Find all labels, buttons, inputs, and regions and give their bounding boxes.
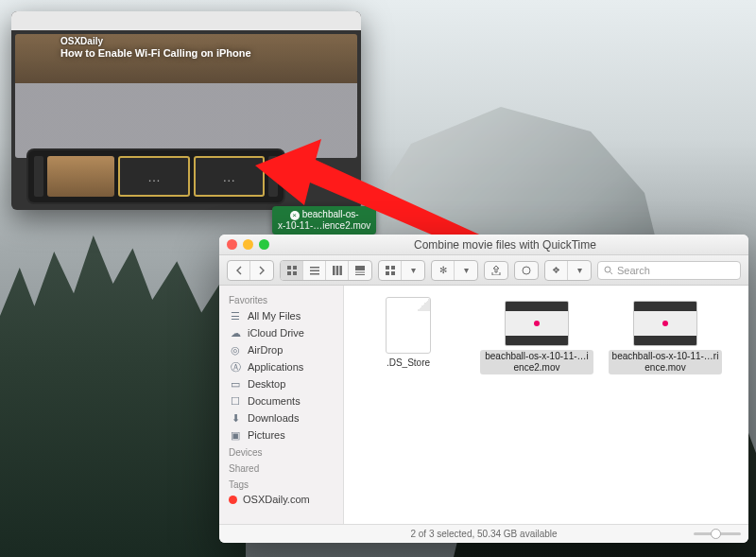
finder-titlebar[interactable]: Combine movie files with QuickTime — [219, 235, 748, 255]
svg-rect-4 — [293, 271, 297, 275]
sidebar-item-all-my-files[interactable]: ☰All My Files — [219, 307, 343, 324]
svg-line-20 — [610, 271, 613, 274]
tag-dot-red-icon — [229, 496, 237, 504]
view-list-button[interactable] — [303, 261, 326, 280]
view-coverflow-button[interactable] — [349, 261, 371, 280]
icon-size-slider[interactable] — [694, 532, 741, 535]
sidebar-item-icloud-drive[interactable]: ☁iCloud Drive — [219, 324, 343, 341]
icloud-icon: ☁ — [229, 326, 242, 339]
pictures-icon: ▣ — [229, 428, 242, 442]
svg-rect-14 — [386, 266, 389, 270]
chevron-down-icon: ▾ — [568, 261, 591, 280]
finder-content[interactable]: .DS_Store beachball-os-x-10-11-…ience2.m… — [344, 286, 748, 524]
svg-rect-9 — [335, 266, 338, 275]
document-icon — [386, 297, 431, 354]
sidebar-header-devices: Devices — [219, 444, 343, 460]
sidebar-tag-osxdaily[interactable]: OSXDaily.com — [219, 492, 343, 507]
window-zoom-button[interactable] — [259, 239, 269, 250]
sidebar-header-favorites: Favorites — [219, 291, 343, 307]
documents-icon: ☐ — [229, 394, 242, 408]
window-traffic-lights — [227, 239, 269, 250]
chevron-down-icon: ▾ — [402, 261, 424, 280]
finder-body: Favorites ☰All My Files ☁iCloud Drive ◎A… — [219, 286, 748, 524]
status-text: 2 of 3 selected, 50.34 GB available — [410, 529, 557, 539]
list-icon — [310, 266, 319, 275]
forward-button[interactable] — [250, 261, 273, 280]
view-column-button[interactable] — [326, 261, 349, 280]
svg-rect-11 — [355, 266, 365, 270]
sidebar-item-label: OSXDaily.com — [243, 494, 310, 505]
clip-drop-slot-2[interactable]: … — [194, 156, 265, 197]
sidebar-item-label: Desktop — [248, 378, 285, 390]
quicktime-window[interactable]: OSXDaily How to Enable Wi-Fi Calling on … — [11, 11, 361, 210]
sidebar-item-label: Downloads — [248, 412, 299, 424]
sidebar-item-downloads[interactable]: ⬇Downloads — [219, 409, 343, 426]
search-field[interactable]: Search — [597, 261, 741, 280]
grid-icon — [287, 266, 297, 275]
sidebar-item-pictures[interactable]: ▣Pictures — [219, 426, 343, 444]
view-icon-button[interactable] — [281, 261, 303, 280]
all-my-files-icon: ☰ — [229, 309, 242, 322]
svg-rect-3 — [287, 271, 291, 275]
drag-badge-close-icon: × — [290, 211, 300, 220]
applications-icon: Ⓐ — [229, 360, 242, 374]
svg-rect-8 — [333, 266, 335, 275]
sidebar-item-documents[interactable]: ☐Documents — [219, 392, 343, 409]
chevron-down-icon: ▾ — [455, 261, 477, 280]
gear-icon: ✻ — [432, 261, 455, 280]
columns-icon — [333, 266, 342, 275]
slider-knob[interactable] — [711, 529, 721, 539]
sidebar-item-label: Documents — [248, 395, 301, 407]
finder-sidebar: Favorites ☰All My Files ☁iCloud Drive ◎A… — [219, 286, 344, 524]
clip-editor-side-right — [268, 156, 278, 197]
svg-rect-16 — [386, 271, 389, 275]
file-beachball-mov-1[interactable]: beachball-os-x-10-11-…ience2.mov — [480, 297, 593, 374]
downloads-icon: ⬇ — [229, 411, 242, 425]
svg-rect-5 — [310, 267, 319, 269]
finder-toolbar: ▾ ✻ ▾ ❖ ▾ Search — [219, 255, 748, 286]
sidebar-item-label: Pictures — [248, 429, 285, 441]
webpage-headline: How to Enable Wi-Fi Calling on iPhone — [60, 47, 251, 59]
sidebar-item-applications[interactable]: ⒶApplications — [219, 358, 343, 375]
search-placeholder: Search — [617, 265, 650, 276]
clip-thumbnail[interactable] — [47, 156, 114, 197]
file-label: .DS_Store — [352, 357, 465, 369]
tag-icon — [522, 266, 531, 275]
dropbox-menu[interactable]: ❖ ▾ — [544, 260, 592, 281]
finder-title: Combine movie files with QuickTime — [269, 238, 741, 252]
tags-button[interactable] — [514, 261, 539, 280]
nav-buttons — [227, 260, 274, 281]
svg-rect-6 — [310, 270, 319, 271]
sidebar-header-tags: Tags — [219, 476, 343, 492]
svg-rect-15 — [391, 266, 395, 270]
file-beachball-mov-2[interactable]: beachball-os-x-10-11-…rience.mov — [609, 297, 722, 374]
window-close-button[interactable] — [227, 239, 237, 250]
sidebar-item-desktop[interactable]: ▭Desktop — [219, 375, 343, 392]
svg-rect-12 — [355, 271, 365, 272]
airdrop-icon: ◎ — [229, 343, 242, 357]
svg-rect-2 — [293, 266, 297, 270]
finder-window[interactable]: Combine movie files with QuickTime ▾ ✻ ▾ — [219, 235, 748, 543]
wallpaper-trees-left — [0, 235, 246, 557]
svg-rect-17 — [391, 271, 395, 275]
sidebar-item-airdrop[interactable]: ◎AirDrop — [219, 341, 343, 358]
coverflow-icon — [355, 266, 365, 275]
clip-drop-slot-1[interactable]: … — [118, 156, 189, 197]
quicktime-titlebar[interactable] — [11, 11, 361, 30]
share-button[interactable] — [484, 261, 508, 280]
back-button[interactable] — [228, 261, 250, 280]
file-ds-store[interactable]: .DS_Store — [352, 297, 465, 369]
movie-icon — [633, 301, 697, 346]
svg-rect-13 — [355, 274, 365, 275]
share-icon — [491, 266, 501, 275]
drag-badge-line2: x-10-11-…ience2.mov — [278, 220, 370, 231]
arrange-menu[interactable]: ▾ — [378, 260, 425, 281]
arrange-icon — [379, 261, 402, 280]
sidebar-item-label: All My Files — [248, 310, 301, 322]
window-minimize-button[interactable] — [243, 239, 253, 250]
quicktime-clip-editor[interactable]: … … — [28, 150, 284, 202]
sidebar-item-label: iCloud Drive — [248, 327, 304, 339]
search-icon — [604, 266, 613, 275]
action-menu[interactable]: ✻ ▾ — [431, 260, 478, 281]
sidebar-header-shared: Shared — [219, 460, 343, 476]
